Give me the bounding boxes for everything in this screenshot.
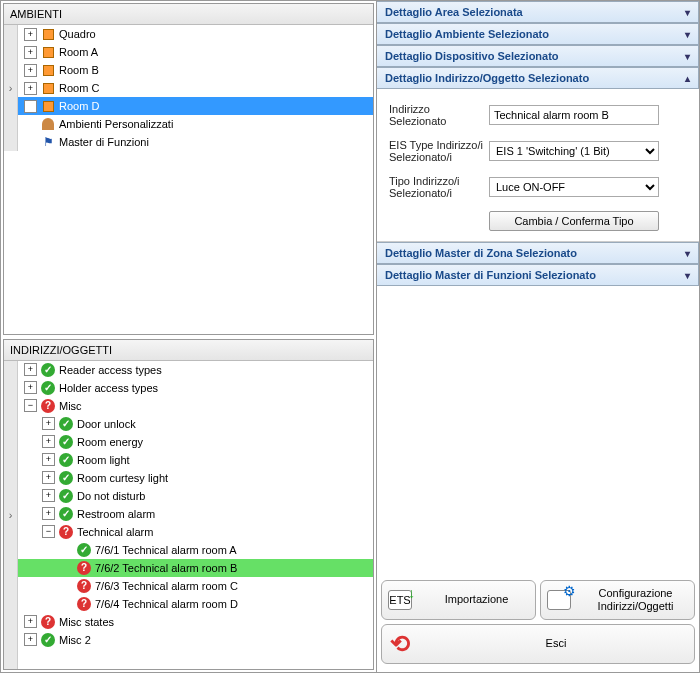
indirizzi-item-label: Technical alarm — [77, 526, 153, 538]
question-icon: ? — [58, 524, 74, 540]
tipo-label: Tipo Indirizzo/i Selezionato/i — [389, 175, 489, 199]
toggle-icon[interactable]: − — [24, 399, 37, 412]
toggle-icon[interactable]: + — [24, 381, 37, 394]
confirm-button[interactable]: Cambia / Conferma Tipo — [489, 211, 659, 231]
indirizzi-item-label: 7/6/4 Technical alarm room D — [95, 598, 238, 610]
chevron-up-icon: ▴ — [685, 73, 690, 84]
ambienti-item[interactable]: +Room C — [18, 79, 373, 97]
acc-indirizzo[interactable]: Dettaglio Indirizzo/Oggetto Selezionato … — [377, 67, 699, 89]
check-icon: ✓ — [40, 632, 56, 648]
indirizzi-item[interactable]: +✓Room light — [18, 451, 373, 469]
check-icon: ✓ — [58, 416, 74, 432]
check-icon: ✓ — [58, 434, 74, 450]
toggle-icon[interactable]: + — [24, 100, 37, 113]
ambienti-item[interactable]: ⚑Master di Funzioni — [18, 133, 373, 151]
indirizzi-item-label: 7/6/1 Technical alarm room A — [95, 544, 237, 556]
indirizzi-item[interactable]: ?7/6/3 Technical alarm room C — [18, 577, 373, 595]
indirizzi-item[interactable]: +✓Room energy — [18, 433, 373, 451]
eis-type-select[interactable]: EIS 1 'Switching' (1 Bit) — [489, 141, 659, 161]
indirizzi-item[interactable]: −?Technical alarm — [18, 523, 373, 541]
exit-label: Esci — [418, 637, 694, 650]
import-button[interactable]: ETS Importazione — [381, 580, 536, 620]
indirizzi-tree[interactable]: +✓Reader access types+✓Holder access typ… — [18, 361, 373, 670]
chevron-down-icon: ▾ — [685, 7, 690, 18]
ambienti-item-label: Room C — [59, 82, 99, 94]
toggle-icon[interactable]: + — [24, 46, 37, 59]
indirizzi-item[interactable]: ✓7/6/1 Technical alarm room A — [18, 541, 373, 559]
indirizzi-item[interactable]: +✓Reader access types — [18, 361, 373, 379]
indirizzi-item[interactable]: +✓Restroom alarm — [18, 505, 373, 523]
toggle-icon[interactable]: + — [24, 82, 37, 95]
acc-dispositivo[interactable]: Dettaglio Dispositivo Selezionato ▾ — [377, 45, 699, 67]
toggle-icon — [60, 543, 73, 556]
acc-ambiente[interactable]: Dettaglio Ambiente Selezionato ▾ — [377, 23, 699, 45]
ambienti-item[interactable]: +Room B — [18, 61, 373, 79]
acc-area[interactable]: Dettaglio Area Selezionata ▾ — [377, 1, 699, 23]
toggle-icon[interactable]: + — [42, 489, 55, 502]
indirizzi-item-label: Holder access types — [59, 382, 158, 394]
indirizzi-item[interactable]: +✓Room curtesy light — [18, 469, 373, 487]
acc-zona[interactable]: Dettaglio Master di Zona Selezionato ▾ — [377, 242, 699, 264]
ambienti-item-label: Ambienti Personalizzati — [59, 118, 173, 130]
toggle-icon[interactable]: + — [42, 507, 55, 520]
check-icon: ✓ — [58, 488, 74, 504]
toggle-icon[interactable]: − — [42, 525, 55, 538]
ambienti-item[interactable]: +Room D — [18, 97, 373, 115]
check-icon: ✓ — [58, 452, 74, 468]
check-icon: ✓ — [40, 362, 56, 378]
toggle-icon[interactable]: + — [42, 453, 55, 466]
chevron-down-icon: ▾ — [685, 29, 690, 40]
check-icon: ✓ — [76, 542, 92, 558]
ambienti-item-label: Quadro — [59, 28, 96, 40]
acc-area-label: Dettaglio Area Selezionata — [385, 6, 523, 18]
toggle-icon[interactable]: + — [42, 435, 55, 448]
indirizzo-sel-input[interactable] — [489, 105, 659, 125]
ambienti-tree[interactable]: +Quadro+Room A+Room B+Room C+Room DAmbie… — [18, 25, 373, 151]
acc-zona-label: Dettaglio Master di Zona Selezionato — [385, 247, 577, 259]
exit-button[interactable]: ⟲ Esci — [381, 624, 695, 664]
indirizzi-item[interactable]: +✓Do not disturb — [18, 487, 373, 505]
box-icon — [40, 80, 56, 96]
ambienti-item-label: Room B — [59, 64, 99, 76]
toggle-icon[interactable]: + — [24, 64, 37, 77]
toggle-icon[interactable]: + — [24, 363, 37, 376]
indirizzi-item-label: Restroom alarm — [77, 508, 155, 520]
indirizzi-item-label: Misc 2 — [59, 634, 91, 646]
question-icon: ? — [40, 614, 56, 630]
indirizzi-item[interactable]: +✓Holder access types — [18, 379, 373, 397]
question-icon: ? — [76, 578, 92, 594]
indirizzi-header: INDIRIZZI/OGGETTI — [4, 340, 373, 361]
indirizzi-item[interactable]: +✓Misc 2 — [18, 631, 373, 649]
toggle-icon[interactable]: + — [42, 417, 55, 430]
tipo-select[interactable]: Luce ON-OFF — [489, 177, 659, 197]
config-icon — [547, 590, 571, 610]
check-icon: ✓ — [40, 380, 56, 396]
ambienti-item[interactable]: Ambienti Personalizzati — [18, 115, 373, 133]
indirizzi-item[interactable]: −?Misc — [18, 397, 373, 415]
check-icon: ✓ — [58, 506, 74, 522]
import-label: Importazione — [418, 593, 535, 606]
toggle-icon[interactable]: + — [24, 28, 37, 41]
indirizzi-item-label: 7/6/3 Technical alarm room C — [95, 580, 238, 592]
indirizzi-item-label: Reader access types — [59, 364, 162, 376]
indirizzi-item[interactable]: ?7/6/4 Technical alarm room D — [18, 595, 373, 613]
indirizzi-item-label: Do not disturb — [77, 490, 145, 502]
toggle-icon — [60, 561, 73, 574]
acc-funzioni[interactable]: Dettaglio Master di Funzioni Selezionato… — [377, 264, 699, 286]
indirizzi-item[interactable]: +?Misc states — [18, 613, 373, 631]
acc-indirizzo-label: Dettaglio Indirizzo/Oggetto Selezionato — [385, 72, 589, 84]
indirizzi-item[interactable]: +✓Door unlock — [18, 415, 373, 433]
chevron-down-icon: ▾ — [685, 248, 690, 259]
toggle-icon[interactable]: + — [24, 633, 37, 646]
ambienti-item[interactable]: +Room A — [18, 43, 373, 61]
toggle-icon[interactable]: + — [24, 615, 37, 628]
acc-dispositivo-label: Dettaglio Dispositivo Selezionato — [385, 50, 559, 62]
toggle-icon — [60, 597, 73, 610]
indirizzi-item[interactable]: ?7/6/2 Technical alarm room B — [18, 559, 373, 577]
eis-type-label: EIS Type Indirizzo/i Selezionato/i — [389, 139, 489, 163]
ambienti-item[interactable]: +Quadro — [18, 25, 373, 43]
indirizzi-expand-handle[interactable]: › — [4, 361, 18, 670]
toggle-icon[interactable]: + — [42, 471, 55, 484]
config-button[interactable]: ConfigurazioneIndirizzi/Oggetti — [540, 580, 695, 620]
ambienti-expand-handle[interactable]: › — [4, 25, 18, 151]
